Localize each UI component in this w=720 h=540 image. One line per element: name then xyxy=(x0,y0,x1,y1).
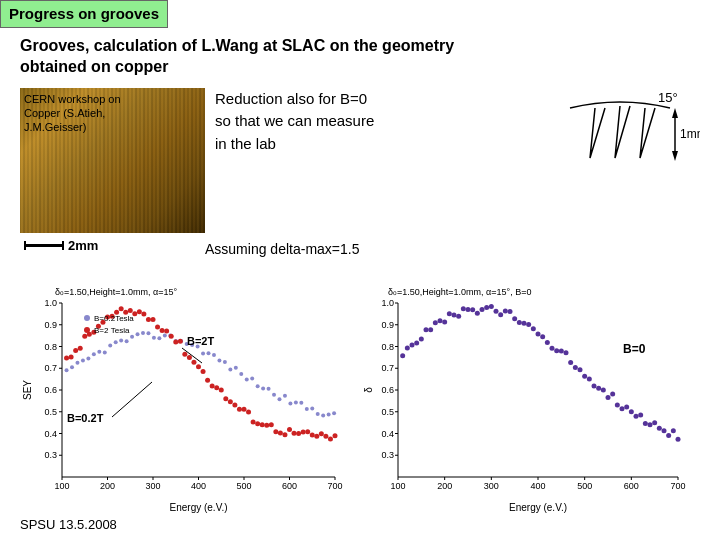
assuming-text: Assuming delta-max=1.5 xyxy=(205,241,700,257)
geometry-diagram: 15° 1mm xyxy=(540,88,700,233)
main-content: Grooves, calculation of L.Wang at SLAC o… xyxy=(0,28,720,523)
scale-label: 2mm xyxy=(68,238,98,253)
chart2 xyxy=(363,285,693,515)
reduction-line2: so that we can measure xyxy=(215,112,374,129)
reduction-line1: Reduction also for B=0 xyxy=(215,90,367,107)
copper-photo: CERN workshop onCopper (S.Atieh,J.M.Geis… xyxy=(20,88,205,233)
svg-marker-1 xyxy=(672,108,678,118)
dimension-label: 1mm xyxy=(680,127,700,141)
charts-section xyxy=(20,285,700,515)
chart2-container xyxy=(363,285,701,515)
assuming-label: Assuming delta-max=1.5 xyxy=(205,241,359,257)
svg-marker-2 xyxy=(672,151,678,161)
reduction-line3: in the lab xyxy=(215,135,276,152)
subtitle-line2: obtained on copper xyxy=(20,58,168,75)
top-section: CERN workshop onCopper (S.Atieh,J.M.Geis… xyxy=(20,88,700,233)
scale-bar: 2mm xyxy=(24,238,98,253)
photo-caption: CERN workshop onCopper (S.Atieh,J.M.Geis… xyxy=(24,92,121,135)
geometry-svg: 15° 1mm xyxy=(540,88,700,218)
photo-area: CERN workshop onCopper (S.Atieh,J.M.Geis… xyxy=(20,88,205,233)
footer: SPSU 13.5.2008 xyxy=(20,517,117,532)
chart1-container xyxy=(20,285,358,515)
reduction-text: Reduction also for B=0 so that we can me… xyxy=(215,88,530,233)
title-bar: Progress on grooves xyxy=(0,0,168,28)
subtitle: Grooves, calculation of L.Wang at SLAC o… xyxy=(20,36,700,78)
footer-text: SPSU 13.5.2008 xyxy=(20,517,117,532)
scale-bar-line xyxy=(24,244,64,247)
angle-label: 15° xyxy=(658,90,678,105)
chart1 xyxy=(20,285,350,515)
subtitle-line1: Grooves, calculation of L.Wang at SLAC o… xyxy=(20,37,454,54)
page-title: Progress on grooves xyxy=(9,5,159,22)
